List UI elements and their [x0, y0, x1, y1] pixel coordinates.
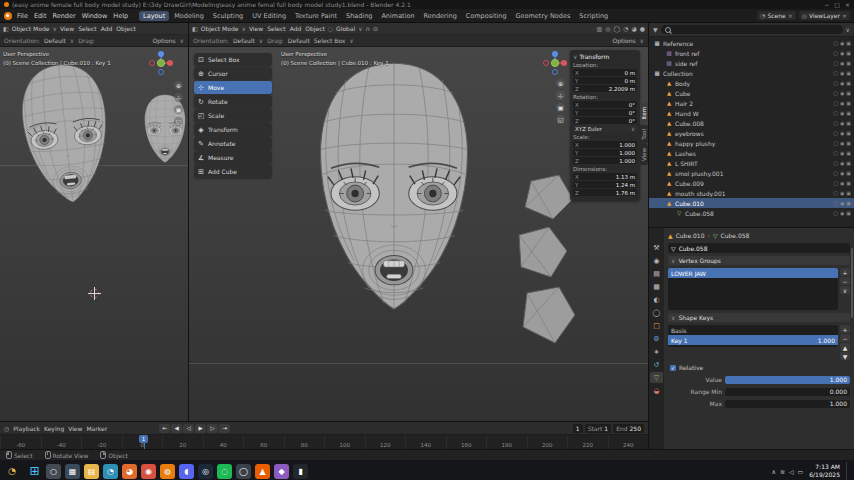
viewport-menu-item[interactable]: Object: [116, 25, 136, 32]
outliner-row[interactable]: ▲ mouth study.001 ▢ ◉ ▣: [649, 188, 854, 198]
select-toggle-icon[interactable]: ▢: [833, 140, 838, 146]
navigation-gizmo[interactable]: [148, 50, 174, 76]
render-toggle-icon[interactable]: ▣: [846, 80, 851, 86]
outliner-filter-icon[interactable]: ▼: [653, 26, 658, 33]
menu-item[interactable]: Render: [49, 11, 78, 21]
viewport-menu-item[interactable]: Select: [78, 25, 97, 32]
options-dropdown[interactable]: Options: [152, 37, 175, 44]
shape-keys-section[interactable]: ∨ Shape Keys: [668, 313, 850, 322]
hide-toggle-icon[interactable]: ◉: [840, 50, 844, 56]
rotation-field[interactable]: X0°: [573, 101, 637, 108]
snap-magnet-icon[interactable]: ∩: [366, 25, 370, 32]
render-toggle-icon[interactable]: ▣: [846, 40, 851, 46]
particles-tab[interactable]: ∗: [650, 346, 663, 357]
timeline-ruler[interactable]: -60-40-200204060801001201401601802002202…: [0, 435, 648, 449]
properties-scrollbar[interactable]: [851, 248, 853, 318]
render-toggle-icon[interactable]: ▣: [846, 140, 851, 146]
outliner-row[interactable]: ▦ Collection ▢ ◉ ▣: [649, 68, 854, 78]
object-data-tab[interactable]: ▽: [650, 372, 663, 383]
menu-item[interactable]: File: [14, 11, 31, 21]
jump-to-start-button[interactable]: ⇤: [159, 424, 170, 433]
zoom-icon[interactable]: ⊕: [174, 81, 183, 90]
orientation-dropdown[interactable]: Default: [44, 37, 66, 44]
select-toggle-icon[interactable]: ▢: [833, 80, 838, 86]
select-box-dropdown[interactable]: Select Box: [314, 37, 346, 44]
view-layer-selector[interactable]: ◎ ViewLayer ×: [799, 11, 850, 20]
timeline-menu-item[interactable]: View: [68, 425, 82, 432]
viewport-menu-item[interactable]: View: [249, 25, 263, 32]
workspace-tab[interactable]: Texture Paint: [291, 11, 341, 21]
sidebar-tab[interactable]: View: [640, 144, 648, 165]
pan-hand-icon[interactable]: ⊹: [556, 91, 565, 100]
move-shape-key-up-button[interactable]: ▲: [840, 343, 850, 351]
dimensions-field[interactable]: Z1.76 m: [573, 189, 637, 196]
workspace-tab[interactable]: Geometry Nodes: [512, 11, 575, 21]
select-toggle-icon[interactable]: ▢: [833, 100, 838, 106]
output-tab[interactable]: ▤: [650, 268, 663, 279]
scene-close-icon[interactable]: ×: [788, 12, 793, 19]
frame-end-field[interactable]: End250: [613, 424, 644, 433]
physics-tab[interactable]: ↺: [650, 359, 663, 370]
hide-toggle-icon[interactable]: ◉: [840, 110, 844, 116]
select-toggle-icon[interactable]: ▢: [833, 190, 838, 196]
workspace-tab[interactable]: Shading: [342, 11, 376, 21]
viewport-left-canvas[interactable]: User Perspective (0) Scene Collection | …: [0, 47, 188, 421]
render-toggle-icon[interactable]: ▣: [846, 110, 851, 116]
chevron-down-icon[interactable]: ∨: [573, 53, 577, 60]
camera-view-icon[interactable]: ▣: [174, 105, 183, 114]
menu-item[interactable]: Window: [79, 11, 111, 21]
render-toggle-icon[interactable]: ▣: [846, 120, 851, 126]
vertex-groups-section[interactable]: ∨ Vertex Groups: [668, 256, 850, 265]
sidebar-tab[interactable]: Item: [640, 103, 648, 124]
viewport-menu-item[interactable]: Add: [101, 25, 113, 32]
mode-dropdown[interactable]: Object Mode: [201, 25, 239, 32]
render-toggle-icon[interactable]: ▣: [846, 50, 851, 56]
tray-chevron-icon[interactable]: ∧: [772, 468, 776, 475]
outliner-row[interactable]: ▽ Cube.058 ▢ ◉ ▣: [649, 208, 854, 218]
next-keyframe-button[interactable]: ▷: [207, 424, 218, 433]
outliner-row[interactable]: ▨ side ref ▢ ◉ ▣: [649, 58, 854, 68]
firefox-app[interactable]: ◕: [122, 464, 137, 479]
editor-type-icon[interactable]: ◧: [192, 25, 198, 32]
select-toggle-icon[interactable]: ▢: [833, 50, 838, 56]
hide-toggle-icon[interactable]: ◉: [840, 170, 844, 176]
range-max-field[interactable]: 1.000: [725, 400, 850, 408]
tool-button[interactable]: ⊹ Move: [194, 81, 272, 94]
chrome-app[interactable]: ◉: [141, 464, 156, 479]
render-toggle-icon[interactable]: ▣: [846, 180, 851, 186]
shape-key-value-slider[interactable]: 1.000: [725, 376, 850, 384]
shape-key-row[interactable]: Basis: [668, 325, 838, 335]
hide-toggle-icon[interactable]: ◉: [840, 130, 844, 136]
workspace-tab[interactable]: Layout: [139, 11, 169, 21]
options-dropdown[interactable]: Options: [612, 37, 635, 44]
pan-hand-icon[interactable]: ⊹: [174, 93, 183, 102]
outliner-row[interactable]: ▲ Cube.009 ▢ ◉ ▣: [649, 178, 854, 188]
world-tab[interactable]: ◯: [650, 307, 663, 318]
hide-toggle-icon[interactable]: ◉: [840, 120, 844, 126]
tool-tab[interactable]: ⚒: [650, 242, 663, 253]
jump-to-end-button[interactable]: ⇥: [219, 424, 230, 433]
scale-field[interactable]: Y1.000: [573, 149, 637, 156]
vertex-group-row[interactable]: LOWER JAW: [668, 268, 838, 278]
outliner-row[interactable]: ▲ Cube.010 ▢ ◉ ▣: [649, 198, 854, 208]
tool-button[interactable]: ∡ Measure: [194, 151, 272, 164]
hide-toggle-icon[interactable]: ◉: [840, 200, 844, 206]
tool-button[interactable]: ⊞ Add Cube: [194, 165, 272, 178]
workspace-tab[interactable]: Modeling: [170, 11, 208, 21]
edge-app[interactable]: ◔: [103, 464, 118, 479]
outliner-row[interactable]: ▨ front ref ▢ ◉ ▣: [649, 48, 854, 58]
menu-item[interactable]: Help: [110, 11, 131, 21]
view-layer-tab[interactable]: ▦: [650, 281, 663, 292]
outliner-row[interactable]: ▲ Hand W ▢ ◉ ▣: [649, 108, 854, 118]
render-toggle-icon[interactable]: ▣: [846, 130, 851, 136]
tool-button[interactable]: ✎ Annotate: [194, 137, 272, 150]
play-reverse-button[interactable]: ◁: [183, 424, 194, 433]
scene-tab[interactable]: ◐: [650, 294, 663, 305]
render-toggle-icon[interactable]: ▣: [846, 210, 851, 216]
dimensions-field[interactable]: X1.13 m: [573, 173, 637, 180]
timeline-menu-item[interactable]: Marker: [86, 425, 107, 432]
select-toggle-icon[interactable]: ▢: [833, 200, 838, 206]
tool-button[interactable]: ↻ Rotate: [194, 95, 272, 108]
viewport-menu-item[interactable]: View: [60, 25, 74, 32]
scale-field[interactable]: X1.000: [573, 141, 637, 148]
